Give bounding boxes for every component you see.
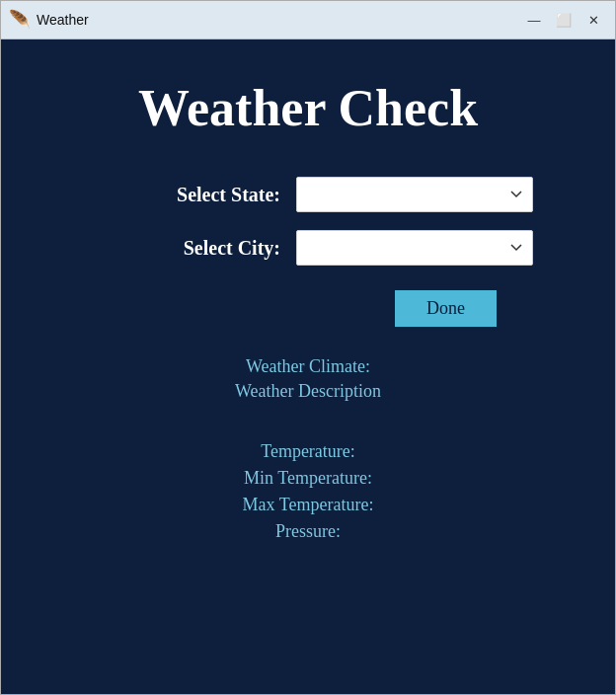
select-city-label: Select City:	[83, 237, 280, 260]
done-row: Done	[40, 290, 576, 327]
maximize-button[interactable]: ⬜	[550, 9, 578, 31]
title-bar: 🪶 Weather — ⬜ ✕	[1, 1, 615, 39]
select-state-dropdown[interactable]	[296, 177, 533, 212]
title-bar-left: 🪶 Weather	[9, 9, 89, 31]
title-bar-controls: — ⬜ ✕	[520, 9, 607, 31]
select-city-dropdown[interactable]	[296, 230, 533, 266]
weather-description-label: Weather Description	[235, 381, 381, 402]
max-temperature-label: Max Temperature:	[243, 495, 374, 515]
weather-climate-label: Weather Climate:	[246, 356, 370, 377]
app-icon: 🪶	[9, 9, 31, 31]
title-bar-title: Weather	[37, 12, 89, 28]
weather-info-section: Weather Climate: Weather Description	[40, 356, 576, 402]
select-city-row: Select City:	[40, 230, 576, 266]
minimize-button[interactable]: —	[520, 9, 548, 31]
app-window: 🪶 Weather — ⬜ ✕ Weather Check Select Sta…	[0, 0, 616, 695]
min-temperature-label: Min Temperature:	[244, 468, 372, 489]
select-state-row: Select State:	[40, 177, 576, 212]
done-button[interactable]: Done	[395, 290, 497, 327]
main-content: Weather Check Select State: Select City:…	[1, 39, 615, 694]
temp-section: Temperature: Min Temperature: Max Temper…	[40, 441, 576, 542]
pressure-label: Pressure:	[275, 521, 341, 542]
close-button[interactable]: ✕	[579, 9, 607, 31]
page-title: Weather Check	[138, 79, 478, 137]
temperature-label: Temperature:	[261, 441, 355, 462]
select-state-label: Select State:	[83, 184, 280, 206]
form-section: Select State: Select City:	[40, 177, 576, 266]
